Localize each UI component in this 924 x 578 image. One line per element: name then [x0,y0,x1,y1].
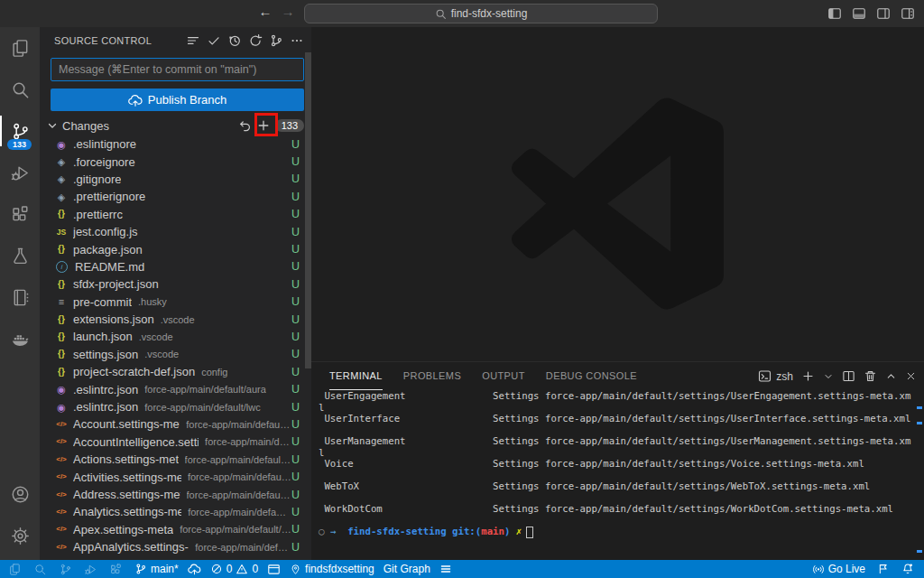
panel-tab-terminal[interactable]: TERMINAL [329,362,383,390]
history-icon[interactable] [226,32,244,50]
activity-item-settings[interactable] [0,515,40,556]
scm-file-row[interactable]: iREADME.mdU [40,258,311,275]
scm-file-row[interactable]: ◉.eslintignoreU [40,135,311,153]
file-status-untracked: U [291,523,311,536]
new-terminal-icon[interactable] [801,369,815,383]
shell-label: zsh [776,370,793,383]
ignore-file-icon: ◈ [54,154,69,169]
refresh-icon[interactable] [246,32,264,50]
eslint-file-icon: ◉ [54,137,69,152]
editor-layout-item[interactable] [267,563,281,576]
layout-controls [827,6,915,21]
list-menu-item[interactable] [439,563,452,575]
activity-item-source-control[interactable]: 133 [0,110,40,152]
commit-graph-icon[interactable] [267,32,285,50]
file-path: config [201,367,227,378]
scm-file-row[interactable]: </>Analytics.settings-meta.xmlforce-app/… [40,503,311,520]
terminal-dropdown-icon[interactable] [823,371,834,382]
eslint-file-icon: ◉ [54,400,69,415]
file-status-untracked: U [291,453,311,466]
activity-item-notebook[interactable] [0,276,40,318]
scm-file-list: ◉.eslintignoreU◈.forceignoreU◈.gitignore… [40,135,311,560]
panel-tab-debug-console[interactable]: DEBUG CONSOLE [546,362,637,390]
scm-file-row[interactable]: </>Account.settings-meta.xmlforce-app/ma… [40,415,311,433]
activity-item-run-debug[interactable] [0,152,40,193]
activity-item-accounts[interactable] [0,473,40,515]
problems-status-item[interactable]: 0 0 [210,563,258,575]
scm-file-row[interactable]: </>AppAnalytics.settings-meta.xmlforce-a… [40,538,311,555]
scm-file-row[interactable]: {}project-scratch-def.jsonconfigU [40,363,311,380]
command-center-search[interactable]: find-sfdx-setting [304,4,658,23]
file-name: AccountIntelligence.settings-meta.xml [73,435,199,449]
split-terminal-icon[interactable] [842,369,855,383]
scm-file-row[interactable]: </>Apex.settings-meta.xmlforce-app/main/… [40,521,311,538]
scm-file-row[interactable]: {}package.jsonU [40,240,311,257]
xml-file-icon: </> [54,522,69,536]
scm-file-row[interactable]: {}.prettierrcU [40,206,311,223]
xml-file-icon: </> [54,434,69,449]
layout-sidebar-right-icon[interactable] [876,6,891,21]
notifications-item[interactable] [901,563,914,575]
file-path: .vscode [139,331,173,342]
scm-file-row[interactable]: ◉.eslintrc.jsonforce-app/main/default/au… [40,380,311,397]
commit-message-input[interactable] [51,58,304,81]
bottom-panel: TERMINALPROBLEMSOUTPUTDEBUG CONSOLE zsh … [311,361,924,560]
file-path: force-app/main/default/settings [188,507,291,517]
more-icon[interactable] [288,32,306,50]
overview-ruler-mark [917,422,922,424]
kill-terminal-icon[interactable] [864,369,877,383]
scm-file-row[interactable]: ≡pre-commit.huskyU [40,294,311,311]
annotation-highlight [254,113,278,136]
nav-forward-icon[interactable]: → [279,4,297,19]
scm-file-row[interactable]: </>Actions.settings-meta.xmlforce-app/ma… [40,451,311,468]
branch-status-item[interactable]: main* [134,563,179,575]
scm-file-row[interactable]: ◈.forceignoreU [40,153,311,170]
scm-file-row[interactable]: </>AccountIntelligence.settings-meta.xml… [40,434,311,451]
terminal-instance[interactable]: zsh [758,369,793,383]
publish-branch-button[interactable]: Publish Branch [51,89,304,111]
file-path: force-app/main/default/settings [188,471,291,482]
scm-file-row[interactable]: </>Address.settings-meta.xmlforce-app/ma… [40,486,311,503]
panel-tab-problems[interactable]: PROBLEMS [403,362,461,390]
text-file-icon: ≡ [54,294,69,309]
scm-file-row[interactable]: ◈.prettierignoreU [40,188,311,205]
feedback-item[interactable] [877,563,890,575]
git-graph-item[interactable]: Git Graph [383,563,430,575]
file-path: force-app/main/default/settings [195,542,291,553]
ghost-files-icon [8,563,22,576]
scm-file-row[interactable]: JSjest.config.jsU [40,223,311,240]
maximize-panel-icon[interactable] [885,370,897,382]
scm-file-row[interactable]: {}launch.json.vscodeU [40,328,311,345]
nav-back-icon[interactable]: ← [256,4,274,19]
layout-sidebar-left-icon[interactable] [827,6,842,21]
ghost-search-icon [33,563,47,576]
scm-file-row[interactable]: ◉.eslintrc.jsonforce-app/main/default/lw… [40,398,311,415]
live-server-item[interactable]: findsfdxsetting [290,563,374,575]
sidebar-scrollbar[interactable] [305,52,311,368]
commit-check-icon[interactable] [205,32,223,50]
activity-item-testing[interactable] [0,235,40,276]
sidebar-title: SOURCE CONTROL [54,35,152,46]
activity-item-extensions[interactable] [0,193,40,235]
layout-panel-icon[interactable] [852,6,866,21]
scm-file-row[interactable]: {}settings.json.vscodeU [40,346,311,363]
close-panel-icon[interactable] [905,370,917,382]
prompt-dirty-flag: ✗ [516,527,522,538]
layout-customize-icon[interactable] [901,6,915,21]
scm-file-row[interactable]: </>Activities.settings-meta.xmlforce-app… [40,468,311,485]
braces-file-icon: {} [54,365,69,379]
xml-file-icon: </> [54,505,69,519]
panel-tab-output[interactable]: OUTPUT [482,362,525,390]
view-sort-icon[interactable] [184,32,202,50]
activity-item-explorer[interactable] [0,27,40,69]
publish-changes-item[interactable] [188,563,201,576]
file-path: force-app/main/default/settings [180,524,291,535]
go-live-item[interactable]: Go Live [812,563,865,575]
discard-changes-icon[interactable] [237,118,252,133]
scm-file-row[interactable]: ◈.gitignoreU [40,171,311,188]
activity-item-docker[interactable] [0,318,40,359]
scm-file-row[interactable]: {}extensions.json.vscodeU [40,311,311,328]
activity-item-search[interactable] [0,69,40,110]
scm-file-row[interactable]: {}sfdx-project.jsonU [40,275,311,293]
terminal-output[interactable]: UserEngagement Settings force-app/main/d… [311,390,924,561]
